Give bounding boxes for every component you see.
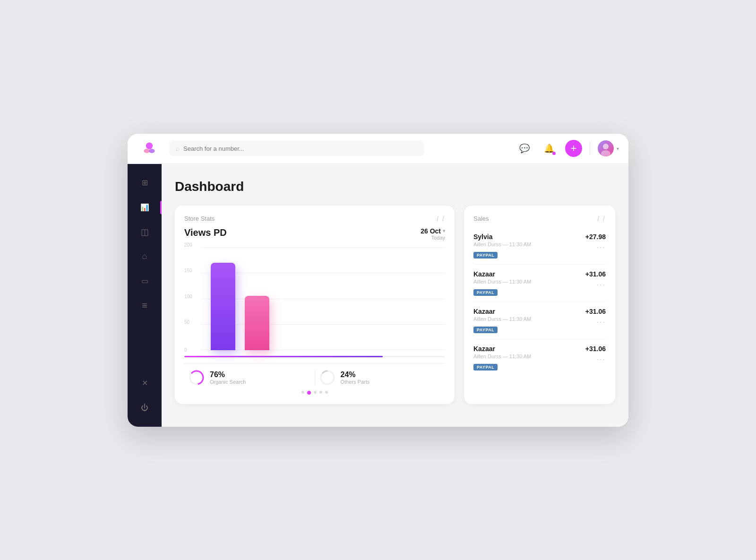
- sidebar-item-wallet[interactable]: ◫: [132, 221, 157, 243]
- stat-label-others: Others Parts: [341, 379, 370, 385]
- sale-meta: Aillen Durss — 11:30 AM: [473, 241, 531, 247]
- sidebar-item-window[interactable]: ▭: [132, 270, 157, 293]
- sidebar-item-folder[interactable]: ⌂: [132, 245, 157, 268]
- sales-title: Sales: [473, 215, 489, 222]
- sale-more-button[interactable]: ···: [597, 355, 606, 364]
- grid-icon: ⊞: [142, 178, 148, 187]
- bar-group-1: [211, 263, 235, 350]
- svg-point-3: [603, 144, 609, 149]
- logo-icon: [141, 140, 158, 157]
- date-badge[interactable]: 26 Oct ▾ Today: [421, 227, 445, 241]
- stat-label-organic: Organic Search: [210, 379, 246, 385]
- chat-button[interactable]: 💬: [516, 140, 533, 157]
- bar-chart-area: 200 150 100 50 0: [184, 247, 445, 350]
- add-button[interactable]: +: [565, 140, 582, 157]
- sale-more-button[interactable]: ···: [597, 281, 606, 289]
- chart-header: Views PD 26 Oct ▾ Today: [184, 227, 445, 241]
- dot-5[interactable]: [325, 391, 328, 394]
- sales-card: Sales / / Sylvia Aillen Durss — 11:30 AM…: [464, 206, 615, 404]
- sale-info: Kazaar Aillen Durss — 11:30 AM PAYPAL: [473, 308, 531, 333]
- bars-container: [201, 247, 445, 350]
- sale-name: Kazaar: [473, 270, 531, 278]
- sale-badge: PAYPAL: [473, 327, 498, 333]
- sales-menu[interactable]: / /: [597, 215, 606, 223]
- sidebar-item-settings[interactable]: ✕: [132, 372, 157, 395]
- bar-purple: [211, 263, 235, 350]
- sale-amount: +31.06: [585, 308, 606, 315]
- chart-icon: 📊: [140, 203, 149, 212]
- search-bar[interactable]: ⌕: [169, 141, 424, 156]
- stat-text-organic: 76% Organic Search: [210, 370, 246, 385]
- progress-fill: [184, 356, 383, 357]
- user-avatar-area[interactable]: ▾: [598, 140, 619, 156]
- folder-icon: ⌂: [142, 251, 147, 261]
- search-icon: ⌕: [176, 145, 180, 152]
- sale-info: Sylvia Aillen Durss — 11:30 AM PAYPAL: [473, 233, 531, 258]
- page-title: Dashboard: [175, 179, 615, 194]
- sale-name: Kazaar: [473, 345, 531, 353]
- dot-3[interactable]: [314, 391, 317, 394]
- donut-others: [319, 369, 336, 386]
- stats-row: 76% Organic Search 24% Others Pa: [184, 363, 445, 386]
- sale-item: Kazaar Aillen Durss — 11:30 AM PAYPAL +3…: [473, 302, 606, 339]
- sale-item: Kazaar Aillen Durss — 11:30 AM PAYPAL +3…: [473, 265, 606, 302]
- wallet-icon: ◫: [141, 227, 149, 237]
- dot-4[interactable]: [319, 391, 322, 394]
- sale-right: +31.06 ···: [585, 345, 606, 364]
- store-stats-card: Store Stats / / Views PD 26 Oct ▾ Today: [175, 206, 455, 404]
- sale-amount: +27.98: [585, 233, 606, 241]
- content-area: Dashboard Store Stats / / Views PD 26 Oc…: [162, 164, 628, 427]
- sidebar-item-dashboard[interactable]: ⊞: [132, 172, 157, 194]
- dot-2[interactable]: [307, 391, 311, 395]
- search-input[interactable]: [183, 145, 418, 152]
- bar-group-2: [245, 296, 269, 350]
- chat-icon: 💬: [519, 143, 530, 154]
- sale-badge: PAYPAL: [473, 289, 498, 296]
- stat-pct-others: 24%: [341, 370, 370, 379]
- stat-item-organic: 76% Organic Search: [184, 369, 315, 386]
- sale-more-button[interactable]: ···: [597, 243, 606, 252]
- date-sub: Today: [431, 235, 445, 241]
- progress-line-area: [184, 356, 445, 357]
- sale-name: Kazaar: [473, 308, 531, 315]
- progress-track: [184, 356, 445, 357]
- sale-meta: Aillen Durss — 11:30 AM: [473, 316, 531, 322]
- svg-point-0: [146, 142, 153, 149]
- stat-item-others: 24% Others Parts: [315, 369, 446, 386]
- store-stats-menu[interactable]: / /: [437, 215, 445, 223]
- sale-item: Sylvia Aillen Durss — 11:30 AM PAYPAL +2…: [473, 227, 606, 265]
- bar-pink: [245, 296, 269, 350]
- sales-card-header: Sales / /: [473, 215, 606, 223]
- cards-row: Store Stats / / Views PD 26 Oct ▾ Today: [175, 206, 615, 404]
- app-window: ⌕ 💬 🔔 + ▾ ⊞: [128, 134, 628, 427]
- svg-point-4: [601, 150, 610, 156]
- sidebar-item-power[interactable]: ⏻: [132, 396, 157, 419]
- sale-name: Sylvia: [473, 233, 531, 241]
- sale-more-button[interactable]: ···: [597, 318, 606, 327]
- header: ⌕ 💬 🔔 + ▾: [128, 134, 628, 164]
- avatar: [598, 140, 614, 156]
- svg-point-2: [149, 149, 155, 153]
- sidebar-item-analytics[interactable]: 📊: [132, 196, 157, 219]
- stat-pct-organic: 76%: [210, 370, 246, 379]
- store-stats-header: Store Stats / /: [184, 215, 445, 223]
- sale-right: +31.06 ···: [585, 308, 606, 327]
- chart-title: Views PD: [184, 227, 227, 238]
- sidebar-item-list[interactable]: ≡: [132, 294, 157, 317]
- sale-meta: Aillen Durss — 11:30 AM: [473, 353, 531, 359]
- list-icon: ≡: [142, 300, 147, 311]
- window-icon: ▭: [141, 276, 148, 285]
- notifications-button[interactable]: 🔔: [541, 140, 558, 157]
- sale-right: +31.06 ···: [585, 270, 606, 289]
- sale-right: +27.98 ···: [585, 233, 606, 252]
- notification-dot: [552, 152, 556, 155]
- sale-item: Kazaar Aillen Durss — 11:30 AM PAYPAL +3…: [473, 339, 606, 376]
- svg-point-1: [144, 149, 150, 153]
- sale-info: Kazaar Aillen Durss — 11:30 AM PAYPAL: [473, 270, 531, 296]
- date-main: 26 Oct ▾: [421, 227, 445, 235]
- donut-organic: [188, 369, 205, 386]
- main-area: ⊞ 📊 ◫ ⌂ ▭ ≡ ✕ ⏻: [128, 164, 628, 427]
- dot-1[interactable]: [301, 391, 304, 394]
- header-actions: 💬 🔔 + ▾: [516, 140, 619, 157]
- dots-pagination: [184, 391, 445, 395]
